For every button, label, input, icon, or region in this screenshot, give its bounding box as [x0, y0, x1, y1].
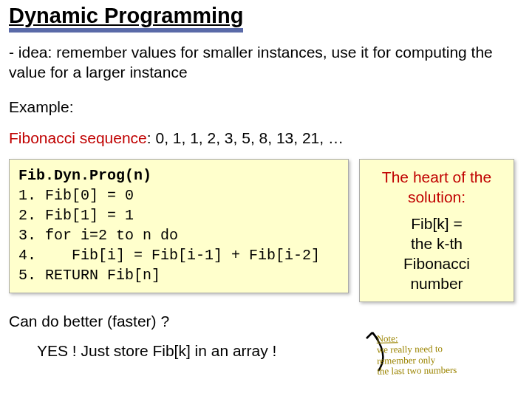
idea-text: - idea: remember values for smaller inst…	[9, 43, 523, 82]
code-box: Fib.Dyn.Prog(n) 1. Fib[0] = 0 2. Fib[1] …	[9, 159, 349, 293]
example-label: Example:	[9, 98, 523, 116]
better-question: Can do better (faster) ?	[9, 313, 523, 330]
side-body-line: Fib[k] =	[369, 214, 505, 233]
note-line: the last two numbers	[377, 364, 457, 377]
code-line: 1. Fib[0] = 0	[18, 187, 134, 204]
code-line: 4. Fib[i] = Fib[i-1] + Fib[i-2]	[18, 247, 320, 264]
fibonacci-label: Fibonacci sequence	[9, 129, 147, 146]
fibonacci-values: 0, 1, 1, 2, 3, 5, 8, 13, 21, …	[155, 129, 344, 146]
side-body-line: number	[369, 273, 505, 293]
side-body-line: Fibonacci	[369, 253, 505, 273]
code-line: 5. RETURN Fib[n]	[18, 267, 160, 284]
side-body-line: the k-th	[369, 233, 505, 253]
code-line: 3. for i=2 to n do	[18, 227, 178, 244]
side-heart: The heart of the solution:	[369, 167, 505, 208]
fibonacci-colon: :	[147, 129, 156, 146]
code-line: 2. Fib[1] = 1	[18, 207, 134, 224]
fibonacci-line: Fibonacci sequence: 0, 1, 1, 2, 3, 5, 8,…	[9, 129, 523, 147]
note-title: Note:	[377, 333, 398, 344]
handwritten-note: Note: we really need to remember only th…	[377, 331, 525, 377]
page-title: Dynamic Programming	[9, 4, 243, 33]
content-row: Fib.Dyn.Prog(n) 1. Fib[0] = 0 2. Fib[1] …	[9, 159, 523, 302]
slide: Dynamic Programming - idea: remember val…	[0, 0, 532, 399]
side-box: The heart of the solution: Fib[k] = the …	[359, 159, 514, 302]
code-title: Fib.Dyn.Prog(n)	[18, 167, 151, 184]
